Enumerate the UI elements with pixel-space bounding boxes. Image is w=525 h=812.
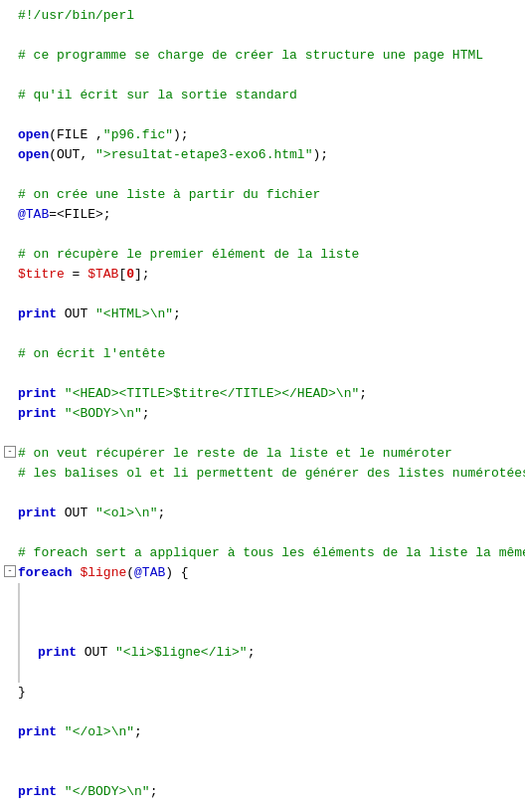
line-15 (0, 285, 525, 304)
line-9 (0, 165, 525, 185)
line-24: # les balises ol et li permettent de gén… (0, 464, 525, 484)
string-li: "<li>$ligne</li>" (115, 643, 248, 663)
line-11: @TAB=<FILE>; (0, 205, 525, 225)
bracket-close: ]; (134, 265, 150, 285)
line-14: $titre = $TAB[0]; (0, 265, 525, 285)
line-20: print "<HEAD><TITLE>$titre</TITLE></HEAD… (0, 384, 525, 404)
closing-brace: } (18, 683, 26, 703)
code-text (57, 782, 65, 802)
string-text2: ">resultat-etape3-exo6.html" (95, 145, 312, 165)
code-text: ) { (165, 563, 188, 583)
line-5: # qu'il écrit sur la sortie standard (0, 86, 525, 105)
code-editor: #!/usr/bin/perl # ce programme se charge… (0, 0, 525, 812)
line-40: print "</BODY>\n"; (0, 782, 525, 802)
code-text: = (65, 265, 88, 285)
line-8: open(OUT, ">resultat-etape3-exo6.html"); (0, 145, 525, 165)
comment-text: # on crée une liste à partir du fichier (18, 185, 320, 205)
line-29: - foreach $ligne(@TAB) { (0, 563, 525, 583)
fold-marker-1[interactable]: - (4, 446, 16, 458)
string-body: "<BODY>\n" (65, 404, 142, 424)
code-text: =<FILE>; (49, 205, 110, 225)
line-19 (0, 364, 525, 384)
line-2 (0, 26, 525, 46)
comment-text: # on récupère le premier élément de la l… (18, 245, 359, 265)
line-27 (0, 523, 525, 543)
comment-text: # ce programme se charge de créer la str… (18, 46, 483, 66)
code-text: (FILE , (49, 125, 103, 145)
string-ol: "<ol>\n" (95, 504, 157, 523)
line-38 (0, 742, 525, 762)
keyword-print4: print (18, 504, 57, 523)
keyword-open2: open (18, 145, 49, 165)
keyword-print5: print (38, 643, 77, 663)
code-text: ; (173, 304, 181, 324)
keyword-print2: print (18, 384, 57, 404)
line-7: open(FILE ,"p96.fic"); (0, 125, 525, 145)
line-25 (0, 484, 525, 504)
fold-marker-2[interactable]: - (4, 565, 16, 577)
line-21: print "<BODY>\n"; (0, 404, 525, 424)
comment-text: # qu'il écrit sur la sortie standard (18, 86, 297, 105)
comment-text: # on écrit l'entête (18, 344, 165, 364)
code-text: ); (173, 125, 189, 145)
code-text: (OUT, (49, 145, 95, 165)
comment-text: # on veut récupérer le reste de la liste… (18, 444, 452, 464)
bracket-open: [ (118, 265, 126, 285)
keyword-foreach: foreach (18, 563, 73, 583)
code-text (57, 404, 65, 424)
line-30 (18, 583, 525, 603)
code-text: OUT (57, 304, 95, 324)
line-22 (0, 424, 525, 444)
code-text: ; (359, 384, 367, 404)
line-6 (0, 105, 525, 125)
line-13: # on récupère le premier élément de la l… (0, 245, 525, 265)
line-1: #!/usr/bin/perl (0, 6, 525, 26)
code-text: ; (150, 782, 158, 802)
line-18: # on écrit l'entête (0, 344, 525, 364)
comment-text: # les balises ol et li permettent de gén… (18, 464, 525, 484)
line-35: } (0, 683, 525, 703)
keyword-print6: print (18, 722, 57, 742)
array-tab: @TAB (134, 563, 165, 583)
line-23: - # on veut récupérer le reste de la lis… (0, 444, 525, 464)
array-index: 0 (126, 265, 134, 285)
code-text (73, 563, 81, 583)
shebang-text: #!/usr/bin/perl (18, 6, 134, 26)
string-html: "<HTML>\n" (95, 304, 173, 324)
keyword-print: print (18, 304, 57, 324)
code-text: OUT (77, 643, 115, 663)
line-41 (0, 802, 525, 812)
string-ol-close: "</ol>\n" (65, 722, 134, 742)
string-text: "p96.fic" (103, 125, 173, 145)
keyword-print3: print (18, 404, 57, 424)
code-text (57, 722, 65, 742)
string-head: "<HEAD><TITLE>$titre</TITLE></HEAD>\n" (65, 384, 359, 404)
line-12 (0, 225, 525, 245)
comment-text-long: # foreach sert a appliquer à tous les él… (18, 543, 525, 563)
line-37: print "</ol>\n"; (0, 722, 525, 742)
line-28: # foreach sert a appliquer à tous les él… (0, 543, 525, 563)
line-33: print OUT "<li>$ligne</li>"; (18, 643, 525, 663)
line-31 (18, 603, 525, 623)
var-tab: $TAB (88, 265, 118, 285)
code-text: ; (248, 643, 256, 663)
line-36 (0, 703, 525, 722)
line-32 (18, 623, 525, 643)
array-var: @TAB (18, 205, 49, 225)
line-4 (0, 66, 525, 86)
line-10: # on crée une liste à partir du fichier (0, 185, 525, 205)
code-text: ); (312, 145, 328, 165)
string-body-close: "</BODY>\n" (65, 782, 150, 802)
line-39 (0, 762, 525, 782)
line-26: print OUT "<ol>\n"; (0, 504, 525, 523)
code-text: OUT (57, 504, 95, 523)
code-text (57, 384, 65, 404)
line-34 (18, 663, 525, 683)
line-17 (0, 324, 525, 344)
line-16: print OUT "<HTML>\n"; (0, 304, 525, 324)
keyword-open: open (18, 125, 49, 145)
code-text: ( (126, 563, 134, 583)
var-ligne: $ligne (80, 563, 126, 583)
code-text: ; (134, 722, 142, 742)
keyword-print7: print (18, 782, 57, 802)
